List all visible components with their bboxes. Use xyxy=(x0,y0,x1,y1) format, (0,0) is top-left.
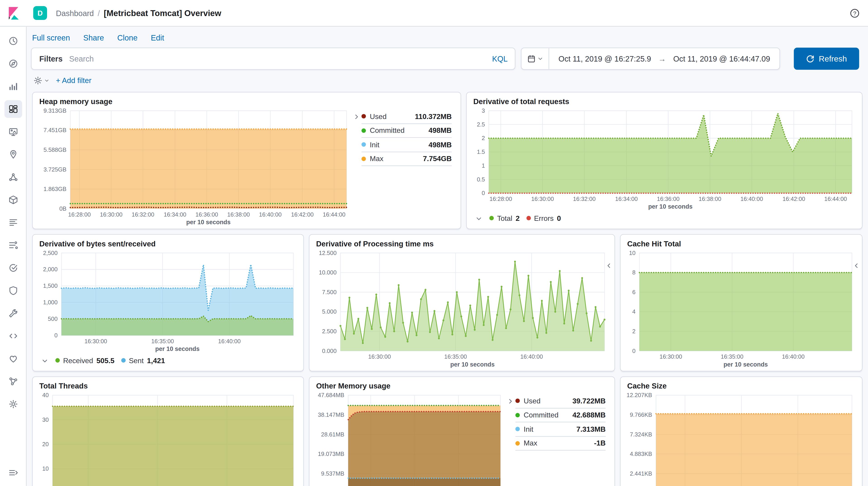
legend-item-total[interactable]: Total2 xyxy=(490,214,520,222)
legend-row-max[interactable]: Max7.754GB xyxy=(362,152,452,166)
series-color-dot xyxy=(490,216,494,220)
shield-icon xyxy=(8,285,18,296)
nav-collapse-button[interactable] xyxy=(4,464,22,482)
nav-items xyxy=(4,32,22,418)
sidebar-item-visualize[interactable] xyxy=(4,78,22,95)
sidebar-item-discover[interactable] xyxy=(4,55,22,72)
legend-collapse-button[interactable] xyxy=(507,394,514,486)
kibana-logo[interactable] xyxy=(0,6,27,20)
sidebar-item-recently-viewed[interactable] xyxy=(4,32,22,50)
sidebar-item-dev-tools[interactable] xyxy=(4,305,22,322)
panel-heap-memory-usage: Heap memory usage 9.313GB7.451GB5.588GB3… xyxy=(32,92,461,229)
svg-text:16:36:00: 16:36:00 xyxy=(657,196,680,202)
panel-derivative-bytes: Derivative of bytes sent/received 2,5002… xyxy=(32,234,304,371)
search-box: Filters KQL xyxy=(31,48,516,70)
sidebar-item-dashboard[interactable] xyxy=(4,100,22,118)
sidebar-item-machine-learning[interactable] xyxy=(4,168,22,186)
legend-collapse-button[interactable] xyxy=(353,110,360,226)
edit-link[interactable]: Edit xyxy=(151,33,164,42)
share-link[interactable]: Share xyxy=(83,33,104,42)
cache-size-chart[interactable]: 12.207KB9.766KB7.324KB4.883KB2.441KB0B16… xyxy=(624,391,859,486)
svg-text:1.863GB: 1.863GB xyxy=(43,186,66,192)
legend-item-errors[interactable]: Errors0 xyxy=(526,214,561,222)
legend-row-init[interactable]: Init7.313MB xyxy=(516,422,606,436)
sidebar-item-infrastructure[interactable] xyxy=(4,191,22,209)
series-color-dot xyxy=(362,142,366,147)
legend-value: 110.372MB xyxy=(415,112,452,121)
svg-text:47.684MB: 47.684MB xyxy=(318,392,344,398)
legend-row-committed[interactable]: Committed498MB xyxy=(362,124,452,138)
svg-text:16:32:00: 16:32:00 xyxy=(573,196,595,202)
legend-value: 0 xyxy=(557,214,561,222)
legend-row-init[interactable]: Init498MB xyxy=(362,138,452,152)
legend-row-max[interactable]: Max-1B xyxy=(516,436,606,451)
panel-title: Cache Size xyxy=(620,377,862,391)
filters-toggle[interactable]: Filters xyxy=(31,54,69,63)
sidebar-item-console[interactable] xyxy=(4,327,22,345)
space-avatar[interactable]: D xyxy=(33,6,47,20)
legend-collapse-button[interactable] xyxy=(475,212,482,223)
sidebar-item-canvas[interactable] xyxy=(4,123,22,141)
chevron-down-icon xyxy=(475,215,482,222)
sidebar-item-logs[interactable] xyxy=(4,214,22,231)
add-filter-link[interactable]: + Add filter xyxy=(56,77,91,85)
sidebar-item-graph[interactable] xyxy=(4,372,22,390)
svg-text:16:30:00: 16:30:00 xyxy=(660,354,682,360)
panel-body: 40302010016:30:0016:35:0016:40:00per 10 … xyxy=(33,391,303,486)
filter-options-button[interactable] xyxy=(33,76,49,85)
legend-row-committed[interactable]: Committed42.688MB xyxy=(516,408,606,422)
date-to[interactable]: Oct 11, 2019 @ 16:44:47.09 xyxy=(673,54,770,63)
sidebar-item-maps[interactable] xyxy=(4,146,22,163)
svg-text:per 10 seconds: per 10 seconds xyxy=(186,219,230,225)
page-title: [Metricbeat Tomcat] Overview xyxy=(104,8,221,18)
series-color-dot xyxy=(56,358,60,363)
svg-text:500: 500 xyxy=(48,315,58,322)
legend-label: Used xyxy=(524,397,540,405)
sidebar-item-management[interactable] xyxy=(4,395,22,413)
total-threads-chart[interactable]: 40302010016:30:0016:35:0016:40:00per 10 … xyxy=(36,391,300,486)
panel-row-1: Heap memory usage 9.313GB7.451GB5.588GB3… xyxy=(32,92,863,229)
svg-text:2.500: 2.500 xyxy=(322,328,337,334)
heap-memory-chart[interactable]: 9.313GB7.451GB5.588GB3.725GB1.863GB0B16:… xyxy=(36,107,353,226)
refresh-button[interactable]: Refresh xyxy=(794,48,859,70)
svg-text:30: 30 xyxy=(42,417,49,423)
date-from[interactable]: Oct 11, 2019 @ 16:27:25.9 xyxy=(558,54,651,63)
legend-item-sent[interactable]: Sent1,421 xyxy=(121,356,165,365)
legend-item-received[interactable]: Received505.5 xyxy=(56,356,115,365)
sidebar-item-siem[interactable] xyxy=(4,282,22,299)
processing-time-chart[interactable]: 12.50010.0007.5005.0002.5000.00016:30:00… xyxy=(313,248,611,369)
svg-text:7.451GB: 7.451GB xyxy=(43,127,66,133)
legend-row-used[interactable]: Used39.722MB xyxy=(516,394,606,408)
svg-text:1.5: 1.5 xyxy=(477,149,485,155)
legend-label: Init xyxy=(370,141,379,149)
kql-switch[interactable]: KQL xyxy=(485,54,515,63)
top-header: D Dashboard / [Metricbeat Tomcat] Overvi… xyxy=(0,0,868,27)
svg-text:16:40:00: 16:40:00 xyxy=(259,211,282,218)
sidebar-item-uptime[interactable] xyxy=(4,259,22,277)
quick-select-button[interactable] xyxy=(522,48,549,69)
gear-icon xyxy=(33,76,43,85)
bar-chart-icon xyxy=(8,82,18,91)
legend-collapse-button[interactable] xyxy=(41,355,48,366)
sidebar-item-apm[interactable] xyxy=(4,237,22,254)
legend-value: 505.5 xyxy=(96,356,115,365)
help-button[interactable]: ? xyxy=(850,8,860,18)
legend-row-used[interactable]: Used110.372MB xyxy=(362,110,452,124)
cache-hit-chart[interactable]: 108642016:30:0016:35:0016:40:00per 10 se… xyxy=(624,248,859,369)
panel-title: Total Threads xyxy=(33,377,303,391)
breadcrumb-dashboard[interactable]: Dashboard xyxy=(56,9,94,18)
legend-expand-button[interactable] xyxy=(853,261,860,271)
search-input[interactable] xyxy=(69,48,485,69)
sidebar-item-monitoring[interactable] xyxy=(4,350,22,367)
chart-canvas: 9.313GB7.451GB5.588GB3.725GB1.863GB0B16:… xyxy=(36,107,353,226)
svg-text:0.5: 0.5 xyxy=(477,176,485,183)
svg-text:16:35:00: 16:35:00 xyxy=(151,338,174,344)
full-screen-link[interactable]: Full screen xyxy=(32,33,70,42)
clone-link[interactable]: Clone xyxy=(117,33,137,42)
legend-expand-button[interactable] xyxy=(606,261,612,271)
map-pin-icon xyxy=(8,150,18,159)
total-requests-chart[interactable]: 32.521.510.5016:28:0016:30:0016:32:0016:… xyxy=(470,107,859,211)
bytes-sent-received-chart[interactable]: 2,5002,0001,5001,000500016:30:0016:35:00… xyxy=(36,248,300,353)
series-color-dot xyxy=(362,157,366,161)
other-memory-chart[interactable]: 47.684MB38.147MB28.61MB19.073MB9.537MB0B… xyxy=(313,391,507,486)
